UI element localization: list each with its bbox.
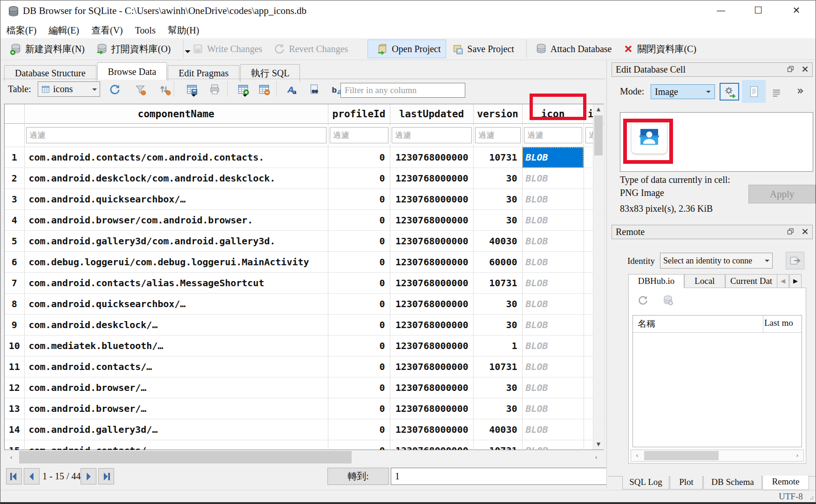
- cell-profileId[interactable]: 0: [328, 356, 390, 377]
- cell-icon-blob[interactable]: BLOB: [522, 336, 584, 356]
- clear-sort-button[interactable]: [158, 82, 172, 96]
- open-database-dropdown-icon[interactable]: [185, 50, 190, 56]
- cell-componentName[interactable]: com.mediatek.bluetooth/…: [24, 336, 328, 356]
- cell-version[interactable]: 30: [473, 168, 522, 189]
- main-tab[interactable]: Edit Pragmas: [168, 65, 239, 81]
- toolbar-button[interactable]: Open Project: [367, 40, 446, 58]
- cell-version[interactable]: 30: [473, 398, 522, 419]
- scroll-up-icon[interactable]: ▲: [593, 104, 604, 114]
- cell-icon-blob[interactable]: BLOB: [522, 210, 584, 231]
- row-number[interactable]: 10: [5, 336, 24, 356]
- cell-lastUpdated[interactable]: 1230768000000: [390, 356, 473, 377]
- cell-lastUpdated[interactable]: 1230768000000: [390, 210, 473, 231]
- cell-componentName[interactable]: com.android.browser/…: [24, 398, 328, 419]
- mode-combobox[interactable]: Image: [651, 84, 715, 99]
- apply-button[interactable]: Apply: [748, 185, 816, 203]
- cell-componentName[interactable]: com.android.quicksearchbox/…: [24, 189, 328, 210]
- cell-componentName[interactable]: com.android.contacts/…: [24, 356, 328, 377]
- dock-tab-sql-log[interactable]: SQL Log: [622, 476, 669, 490]
- cell-profileId[interactable]: 0: [328, 189, 390, 210]
- cell-lastUpdated[interactable]: 1230768000000: [390, 252, 473, 273]
- cell-profileId[interactable]: 0: [328, 210, 390, 231]
- column-header-rownum[interactable]: [5, 104, 24, 124]
- cell-profileId[interactable]: 0: [328, 315, 390, 336]
- cell-lastUpdated[interactable]: 1230768000000: [390, 189, 473, 210]
- cell-lastUpdated[interactable]: 1230768000000: [390, 147, 473, 168]
- dock-tab-plot[interactable]: Plot: [670, 476, 703, 490]
- scrollbar-thumb[interactable]: [594, 115, 603, 155]
- cell-icon-blob[interactable]: BLOB: [522, 315, 584, 336]
- scroll-down-icon[interactable]: ▼: [593, 439, 604, 450]
- cell-version[interactable]: 10731: [473, 356, 522, 377]
- cell-lastUpdated[interactable]: 1230768000000: [390, 273, 473, 294]
- resize-grip[interactable]: [810, 495, 815, 500]
- column-header-lastUpdated[interactable]: lastUpdated: [390, 104, 473, 124]
- dock-divider[interactable]: [606, 60, 607, 488]
- cell-lastUpdated[interactable]: 1230768000000: [390, 377, 473, 398]
- cell-profileId[interactable]: 0: [328, 168, 390, 189]
- cell-version[interactable]: 60000: [473, 252, 522, 273]
- cell-icon-blob[interactable]: BLOB: [522, 273, 584, 294]
- cell-profileId[interactable]: 0: [328, 398, 390, 419]
- close-panel-icon[interactable]: [802, 66, 809, 73]
- cell-componentName[interactable]: com.android.gallery3d/…: [24, 419, 328, 440]
- close-button[interactable]: ✕: [785, 0, 808, 20]
- row-number[interactable]: 12: [5, 377, 24, 398]
- filter-input-lastUpdated[interactable]: [392, 127, 472, 143]
- cell-icon-blob[interactable]: BLOB: [522, 147, 584, 168]
- add-database-icon[interactable]: [662, 295, 673, 306]
- cell-lastUpdated[interactable]: 1230768000000: [390, 336, 473, 356]
- row-number[interactable]: 5: [5, 231, 24, 252]
- cell-componentName[interactable]: com.android.contacts/com.android.contact…: [24, 147, 328, 168]
- float-panel-icon[interactable]: [787, 228, 794, 235]
- refresh-button[interactable]: [108, 82, 122, 96]
- row-number[interactable]: 8: [5, 294, 24, 315]
- cell-version[interactable]: 40030: [473, 419, 522, 440]
- toolbar-button[interactable]: Save Project: [446, 40, 520, 58]
- main-tab[interactable]: 執行 SQL: [240, 64, 300, 82]
- column-header-icon[interactable]: icon: [522, 104, 584, 124]
- cell-profileId[interactable]: 0: [328, 252, 390, 273]
- cell-icon-blob[interactable]: BLOB: [522, 398, 584, 419]
- main-tab[interactable]: Browse Data: [97, 62, 167, 80]
- cell-lastUpdated[interactable]: 1230768000000: [390, 419, 473, 440]
- row-number[interactable]: 14: [5, 419, 24, 440]
- cell-profileId[interactable]: 0: [328, 273, 390, 294]
- filter-button[interactable]: [133, 82, 147, 96]
- cell-icon-blob[interactable]: BLOB: [522, 356, 584, 377]
- dock-tab-remote[interactable]: Remote: [762, 476, 809, 490]
- float-panel-icon[interactable]: [787, 66, 794, 73]
- identity-export-button[interactable]: [786, 252, 804, 269]
- grid-vertical-scrollbar[interactable]: ▲ ▼: [593, 104, 603, 450]
- column-header-componentName[interactable]: componentName: [24, 104, 328, 124]
- cell-icon-blob[interactable]: BLOB: [522, 252, 584, 273]
- word-wrap-icon[interactable]: [770, 87, 782, 99]
- text-mode-button[interactable]: [742, 80, 766, 103]
- print-button[interactable]: [208, 82, 222, 96]
- row-number[interactable]: 13: [5, 398, 24, 419]
- cell-lastUpdated[interactable]: 1230768000000: [390, 398, 473, 419]
- row-number[interactable]: 4: [5, 210, 24, 231]
- remote-tab-current[interactable]: Current Dat: [725, 274, 777, 288]
- cell-profileId[interactable]: 0: [328, 147, 390, 168]
- menu-item[interactable]: 查看(V): [85, 23, 129, 38]
- row-number[interactable]: 3: [5, 189, 24, 210]
- table-combobox[interactable]: icons: [38, 81, 100, 97]
- cell-lastUpdated[interactable]: 1230768000000: [390, 231, 473, 252]
- cell-version[interactable]: 30: [473, 315, 522, 336]
- toolbar-button[interactable]: 打開資料庫(O): [90, 40, 177, 59]
- cell-componentName[interactable]: com.android.quicksearchbox/…: [24, 294, 328, 315]
- insert-record-dropdown-icon[interactable]: [243, 94, 247, 99]
- scroll-right-icon[interactable]: ›: [589, 450, 603, 464]
- column-header-version[interactable]: version: [473, 104, 522, 124]
- maximize-button[interactable]: ☐: [747, 0, 770, 20]
- remote-horizontal-scrollbar[interactable]: ‹ ›: [631, 450, 804, 462]
- toolbar-button[interactable]: 新建資料庫(N): [4, 40, 90, 59]
- cell-profileId[interactable]: 0: [328, 419, 390, 440]
- cell-componentName[interactable]: com.android.browser/com.android.browser.: [24, 210, 328, 231]
- toolbar-button[interactable]: 關閉資料庫(C): [617, 40, 702, 59]
- cell-version[interactable]: 30: [473, 377, 522, 398]
- find-button[interactable]: [307, 82, 321, 96]
- cell-version[interactable]: 30: [473, 294, 522, 315]
- cell-componentName[interactable]: com.android.gallery3d/com.android.galler…: [24, 231, 328, 252]
